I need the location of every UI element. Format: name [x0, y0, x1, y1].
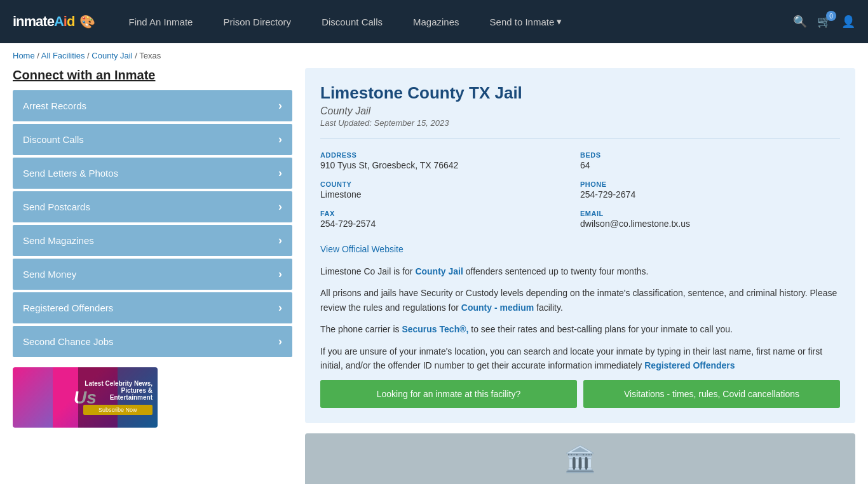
- ad-title: Latest Celebrity News, Pictures & Entert…: [83, 380, 153, 401]
- county-value: Limestone: [320, 189, 580, 200]
- nav-right: 🔍 🛒 0 👤: [793, 15, 855, 29]
- fax-label: FAX: [320, 210, 580, 217]
- description-paragraph-1: Limestone Co Jail is for County Jail off…: [320, 264, 840, 278]
- logo-icon: 🎨: [79, 15, 95, 29]
- facility-image: 🏛️: [305, 433, 855, 484]
- sidebar-advertisement[interactable]: Us Latest Celebrity News, Pictures & Ent…: [13, 367, 158, 428]
- email-value: dwilson@co.limestone.tx.us: [580, 219, 840, 229]
- visitations-button[interactable]: Visitations - times, rules, Covid cancel…: [583, 380, 840, 408]
- find-inmate-button[interactable]: Looking for an inmate at this facility?: [320, 380, 577, 408]
- search-icon[interactable]: 🔍: [793, 15, 807, 29]
- main-layout: Connect with an Inmate Arrest Records › …: [0, 68, 868, 488]
- beds-label: BEDS: [580, 151, 840, 159]
- nav-magazines[interactable]: Magazines: [398, 0, 475, 43]
- sidebar-item-second-chance-jobs[interactable]: Second Chance Jobs ›: [13, 326, 292, 357]
- chevron-right-icon: ›: [278, 234, 282, 247]
- sidebar-item-label: Send Money: [23, 269, 76, 280]
- detail-beds: BEDS 64: [580, 146, 840, 175]
- phone-label: PHONE: [580, 180, 840, 188]
- facility-last-updated: Last Updated: September 15, 2023: [320, 118, 840, 128]
- nav-prison-directory[interactable]: Prison Directory: [208, 0, 306, 43]
- cart-badge: 0: [826, 11, 836, 21]
- description-paragraph-3: The phone carrier is Securus Tech®, to s…: [320, 322, 840, 336]
- nav-send-to-inmate[interactable]: Send to Inmate ▾: [475, 0, 578, 43]
- county-medium-link[interactable]: County - medium: [461, 302, 534, 313]
- chevron-right-icon: ›: [278, 166, 282, 180]
- chevron-right-icon: ›: [278, 268, 282, 281]
- phone-value: 254-729-2674: [580, 189, 840, 200]
- sidebar-item-label: Second Chance Jobs: [23, 336, 114, 347]
- facility-description: Limestone Co Jail is for County Jail off…: [320, 264, 840, 372]
- main-content: Limestone County TX Jail County Jail Las…: [305, 68, 855, 484]
- email-label: EMAIL: [580, 210, 840, 217]
- sidebar-item-label: Send Magazines: [23, 235, 94, 246]
- detail-fax: FAX 254-729-2574: [320, 205, 580, 234]
- breadcrumb-home[interactable]: Home: [13, 51, 35, 60]
- address-value: 910 Tyus St, Groesbeck, TX 76642: [320, 160, 580, 170]
- securus-link[interactable]: Securus Tech®,: [402, 324, 468, 334]
- detail-address: ADDRESS 910 Tyus St, Groesbeck, TX 76642: [320, 146, 580, 175]
- main-nav: Find An Inmate Prison Directory Discount…: [114, 0, 793, 43]
- sidebar-item-label: Registered Offenders: [23, 302, 113, 313]
- detail-email: EMAIL dwilson@co.limestone.tx.us: [580, 205, 840, 234]
- sidebar-item-registered-offenders[interactable]: Registered Offenders ›: [13, 292, 292, 323]
- user-icon[interactable]: 👤: [841, 15, 855, 29]
- ad-subscribe-button[interactable]: Subscribe Now: [83, 405, 153, 415]
- breadcrumb-state: Texas: [139, 51, 161, 60]
- sidebar-title: Connect with an Inmate: [13, 68, 292, 83]
- registered-offenders-link[interactable]: Registered Offenders: [644, 360, 735, 370]
- description-paragraph-2: All prisons and jails have Security or C…: [320, 286, 840, 315]
- chevron-right-icon: ›: [278, 133, 282, 146]
- breadcrumb: Home / All Facilities / County Jail / Te…: [0, 43, 868, 68]
- sidebar-item-send-letters[interactable]: Send Letters & Photos ›: [13, 158, 292, 189]
- detail-phone: PHONE 254-729-2674: [580, 175, 840, 205]
- sidebar: Connect with an Inmate Arrest Records › …: [13, 68, 292, 484]
- sidebar-item-arrest-records[interactable]: Arrest Records ›: [13, 90, 292, 121]
- breadcrumb-county-jail[interactable]: County Jail: [92, 51, 132, 60]
- view-official-website-link[interactable]: View Official Website: [320, 244, 403, 254]
- cart-wrapper[interactable]: 🛒 0: [817, 15, 831, 29]
- beds-value: 64: [580, 160, 840, 170]
- nav-find-inmate[interactable]: Find An Inmate: [114, 0, 208, 43]
- header: inmateAid 🎨 Find An Inmate Prison Direct…: [0, 0, 868, 43]
- sidebar-item-label: Send Postcards: [23, 201, 90, 212]
- sidebar-menu: Arrest Records › Discount Calls › Send L…: [13, 90, 292, 357]
- chevron-right-icon: ›: [278, 200, 282, 214]
- sidebar-item-label: Send Letters & Photos: [23, 168, 118, 179]
- chevron-right-icon: ›: [278, 99, 282, 112]
- county-jail-link-1[interactable]: County Jail: [415, 266, 463, 276]
- description-paragraph-4: If you are unsure of your inmate's locat…: [320, 344, 840, 373]
- ad-text-block: Latest Celebrity News, Pictures & Entert…: [78, 367, 158, 428]
- logo[interactable]: inmateAid 🎨: [13, 13, 95, 30]
- sidebar-item-discount-calls[interactable]: Discount Calls ›: [13, 124, 292, 155]
- sidebar-item-label: Discount Calls: [23, 134, 84, 145]
- facility-title: Limestone County TX Jail: [320, 83, 840, 103]
- chevron-right-icon: ›: [278, 335, 282, 348]
- county-label: COUNTY: [320, 180, 580, 188]
- sidebar-item-label: Arrest Records: [23, 100, 86, 111]
- chevron-right-icon: ›: [278, 301, 282, 315]
- facility-type: County Jail: [320, 105, 840, 117]
- fax-value: 254-729-2574: [320, 219, 580, 229]
- action-buttons: Looking for an inmate at this facility? …: [320, 380, 840, 408]
- address-label: ADDRESS: [320, 151, 580, 159]
- facility-details-grid: ADDRESS 910 Tyus St, Groesbeck, TX 76642…: [320, 138, 840, 234]
- sidebar-item-send-money[interactable]: Send Money ›: [13, 259, 292, 290]
- facility-card: Limestone County TX Jail County Jail Las…: [305, 68, 855, 423]
- nav-discount-calls[interactable]: Discount Calls: [306, 0, 398, 43]
- sidebar-item-send-postcards[interactable]: Send Postcards ›: [13, 191, 292, 222]
- logo-text: inmateAid 🎨: [13, 13, 95, 30]
- detail-county: COUNTY Limestone: [320, 175, 580, 205]
- sidebar-item-send-magazines[interactable]: Send Magazines ›: [13, 225, 292, 256]
- breadcrumb-all-facilities[interactable]: All Facilities: [41, 51, 85, 60]
